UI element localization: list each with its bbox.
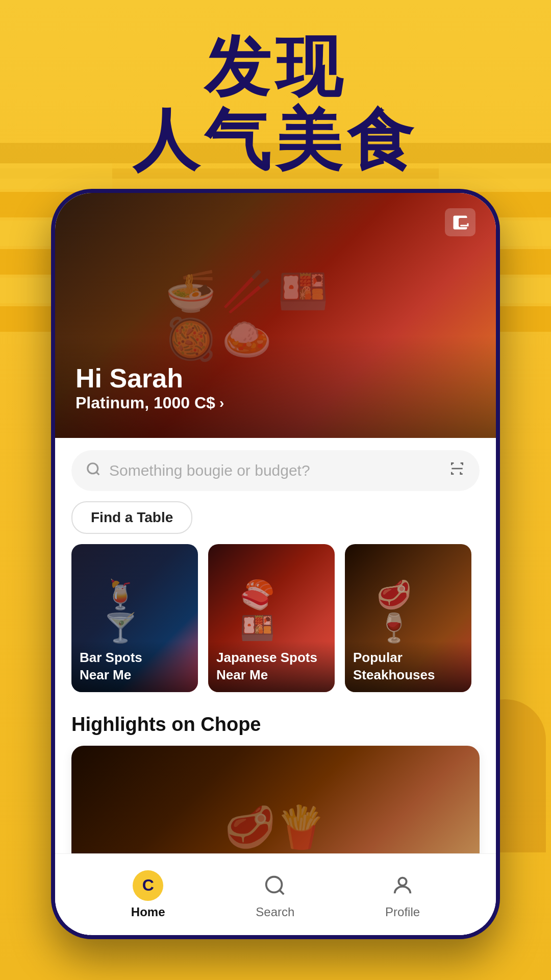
find-table-section: Find a Table xyxy=(55,491,496,544)
search-bar[interactable]: Something bougie or budget? xyxy=(71,450,480,491)
bottom-navigation: C Home Search xyxy=(55,853,496,935)
page-title: 发现 人气美食 xyxy=(0,31,551,177)
scan-icon[interactable] xyxy=(449,460,465,481)
category-japanese-label: Japanese Spots Near Me xyxy=(208,641,335,692)
wallet-button[interactable] xyxy=(445,208,475,236)
nav-label-home: Home xyxy=(131,905,165,919)
popular-food-emoji: 🥩🍷 xyxy=(377,578,440,645)
nav-item-search[interactable]: Search xyxy=(256,870,294,919)
wallet-icon xyxy=(451,213,469,232)
find-table-label: Find a Table xyxy=(91,509,173,525)
popular-label-line2: Steakhouses xyxy=(353,667,435,682)
highlights-title: Highlights on Chope xyxy=(71,714,480,736)
svg-point-5 xyxy=(398,877,406,885)
phone-screen: Hi Sarah Platinum, 1000 C$ › Something b… xyxy=(55,193,496,935)
popular-label-line1: Popular xyxy=(353,650,403,665)
restaurant-food-emoji: 🥩🍟 xyxy=(224,803,327,851)
search-section: Something bougie or budget? xyxy=(55,438,496,491)
svg-point-0 xyxy=(88,463,98,473)
hero-greeting: Hi Sarah Platinum, 1000 C$ › xyxy=(76,363,224,412)
status-arrow: › xyxy=(219,395,224,411)
bar-label-line1: Bar Spots xyxy=(80,650,142,665)
category-japanese-spots[interactable]: 🍣🍱 Japanese Spots Near Me xyxy=(208,544,335,692)
category-popular-label: Popular Steakhouses xyxy=(345,641,471,692)
highlights-section: Highlights on Chope xyxy=(55,708,496,746)
category-bar-spots[interactable]: 🍹🍸 Bar Spots Near Me xyxy=(71,544,198,692)
japanese-label-line2: Near Me xyxy=(216,667,268,682)
search-nav-icon xyxy=(260,870,290,901)
title-line1: 发现 xyxy=(0,31,551,104)
profile-nav-icon xyxy=(387,870,418,901)
svg-line-4 xyxy=(280,890,284,894)
search-placeholder[interactable]: Something bougie or budget? xyxy=(109,462,441,479)
category-popular-text: Popular Steakhouses xyxy=(353,649,463,684)
user-status: Platinum, 1000 C$ › xyxy=(76,394,224,412)
category-bar-text: Bar Spots Near Me xyxy=(80,649,190,684)
title-line2: 人气美食 xyxy=(0,104,551,177)
nav-item-profile[interactable]: Profile xyxy=(385,870,420,919)
status-text: Platinum, 1000 C$ xyxy=(76,394,215,412)
phone-mockup: Hi Sarah Platinum, 1000 C$ › Something b… xyxy=(51,189,500,939)
user-name: Hi Sarah xyxy=(76,363,224,394)
categories-section: 🍹🍸 Bar Spots Near Me 🍣🍱 Japanese Spots N… xyxy=(55,544,496,708)
category-popular-steakhouses[interactable]: 🥩🍷 Popular Steakhouses xyxy=(345,544,471,692)
category-bar-label: Bar Spots Near Me xyxy=(71,641,198,692)
japanese-food-emoji: 🍣🍱 xyxy=(240,578,303,645)
find-table-button[interactable]: Find a Table xyxy=(71,501,192,534)
nav-label-profile: Profile xyxy=(385,905,420,919)
svg-point-3 xyxy=(266,876,282,892)
search-icon xyxy=(86,461,101,480)
bar-label-line2: Near Me xyxy=(80,667,131,682)
svg-line-1 xyxy=(96,472,99,474)
nav-item-home[interactable]: C Home xyxy=(131,870,165,919)
category-japanese-text: Japanese Spots Near Me xyxy=(216,649,327,684)
japanese-label-line1: Japanese Spots xyxy=(216,650,317,665)
bar-food-emoji: 🍹🍸 xyxy=(103,578,166,645)
hero-banner: Hi Sarah Platinum, 1000 C$ › xyxy=(55,193,496,438)
home-icon: C xyxy=(133,870,163,901)
nav-label-search: Search xyxy=(256,905,294,919)
